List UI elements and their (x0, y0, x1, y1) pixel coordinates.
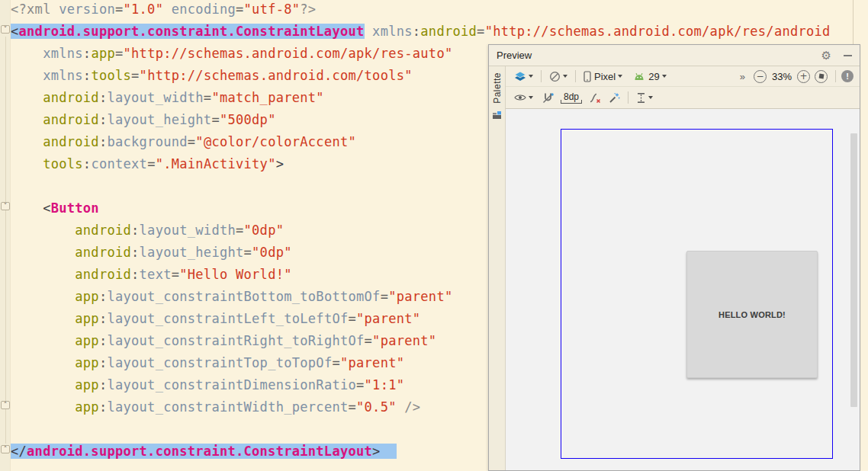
code-token: = (115, 2, 124, 17)
code-token: android.support.constraint.ConstraintLay… (27, 444, 372, 459)
autoconnect-toggle[interactable] (540, 91, 556, 105)
panel-title: Preview (497, 50, 532, 61)
code-token: : (99, 289, 108, 304)
editor-gutter[interactable]: ˅˅˄˄ (0, 0, 11, 471)
hello-world-button[interactable]: HELLO WORLD! (686, 251, 818, 378)
minimize-icon[interactable] (844, 55, 852, 56)
code-token: = (172, 267, 180, 282)
toolbar-separator (541, 70, 542, 82)
code-token: app (75, 311, 99, 326)
code-token (11, 355, 75, 370)
code-token: layout_width (140, 223, 236, 238)
canvas-scrollbar[interactable] (850, 133, 857, 407)
code-token: : (99, 90, 108, 105)
design-surface-button[interactable] (512, 69, 535, 83)
code-token: : (83, 156, 92, 171)
android-head-icon (633, 72, 645, 81)
code-token: version (59, 2, 115, 17)
fold-start-icon[interactable]: ˅ (1, 25, 10, 34)
palette-tab-label: Palette (492, 72, 503, 104)
toolbar-separator (575, 70, 576, 82)
code-token: android (75, 267, 131, 282)
code-token: : (99, 112, 108, 127)
code-token: "0.5" (356, 399, 397, 415)
code-token: : (99, 377, 108, 392)
infer-constraints-button[interactable] (606, 91, 622, 105)
code-token: = (131, 68, 140, 83)
zoom-out-button[interactable]: − (754, 70, 767, 83)
zoom-in-button[interactable]: + (797, 70, 810, 83)
code-token: context (91, 156, 147, 171)
api-level-label: 29 (648, 71, 659, 82)
chevron-down-icon (563, 75, 567, 78)
code-token: = (236, 2, 244, 17)
warning-icon[interactable]: ! (841, 70, 854, 82)
default-margins-button[interactable]: 8dp (561, 91, 582, 104)
code-token: encoding (172, 2, 236, 17)
fold-start-icon[interactable]: ˅ (1, 202, 10, 210)
preview-canvas[interactable]: HELLO WORLD! (506, 109, 860, 470)
overflow-chevrons-icon[interactable]: » (740, 71, 745, 82)
chevron-down-icon (529, 75, 533, 78)
code-token: "parent" (340, 355, 404, 370)
code-token: "500dp" (220, 112, 276, 127)
autoconnect-off-magnet-icon (542, 92, 554, 104)
toolbar-separator (835, 70, 836, 82)
code-token: < (43, 200, 51, 216)
fold-end-icon[interactable]: ˄ (1, 445, 10, 453)
code-token: /> (397, 399, 421, 415)
clear-constraints-button[interactable] (587, 91, 603, 105)
palette-tab[interactable]: Palette (489, 66, 506, 470)
code-token: layout_constraintBottom_toBottomOf (107, 289, 380, 304)
code-token: android.support.constraint.ConstraintLay… (19, 24, 365, 39)
code-token (11, 156, 43, 171)
code-token (11, 377, 75, 392)
code-token: android (420, 24, 477, 39)
code-line[interactable]: <?xml version="1.0" encoding="utf-8"?> (11, 0, 868, 21)
code-token: : (413, 24, 421, 39)
code-token: text (140, 267, 172, 282)
view-options-eye-icon (514, 93, 526, 102)
zoom-level-label: 33% (772, 71, 792, 82)
fold-end-icon[interactable]: ˄ (1, 401, 10, 409)
code-token: android (43, 112, 99, 127)
code-token: layout_constraintLeft_toLeftOf (107, 311, 348, 326)
code-token: = (236, 223, 244, 238)
code-token: layout_width (107, 90, 203, 105)
code-token (11, 46, 43, 61)
constraint-layout-preview[interactable]: HELLO WORLD! (561, 129, 833, 459)
view-options-button[interactable] (512, 91, 535, 104)
code-token: layout_height (107, 112, 211, 127)
device-selector-button[interactable]: Pixel (581, 69, 625, 84)
distribute-button[interactable] (634, 91, 655, 105)
code-token: xmlns (372, 24, 413, 39)
code-token (11, 134, 43, 149)
code-token: : (99, 399, 108, 415)
design-surface-layers-icon (514, 71, 526, 82)
orientation-button[interactable] (547, 69, 570, 84)
code-token: layout_constraintRight_toRightOf (107, 333, 364, 348)
code-token: = (115, 46, 124, 61)
code-token: : (131, 223, 140, 238)
zoom-to-fit-button[interactable] (815, 70, 828, 83)
code-token: layout_constraintWidth_percent (107, 399, 348, 415)
toolbar-separator (628, 91, 628, 104)
code-token: : (83, 46, 92, 61)
code-token (11, 289, 75, 304)
palette-icon (492, 110, 502, 120)
code-token (365, 24, 373, 39)
code-token: "0dp" (252, 245, 292, 260)
code-token: app (75, 399, 99, 415)
code-token: > (276, 156, 285, 171)
code-token: tools (91, 68, 131, 83)
code-token: android (43, 90, 99, 105)
code-token (11, 333, 75, 348)
code-token: = (332, 355, 340, 370)
gear-icon[interactable]: ⚙ (821, 49, 831, 62)
code-token: "parent" (356, 311, 420, 326)
api-level-selector-button[interactable]: 29 (631, 69, 668, 84)
code-token: : (131, 245, 140, 260)
code-token: "1.0" (124, 2, 164, 17)
code-token: app (91, 46, 115, 61)
code-line[interactable]: <android.support.constraint.ConstraintLa… (11, 21, 868, 43)
